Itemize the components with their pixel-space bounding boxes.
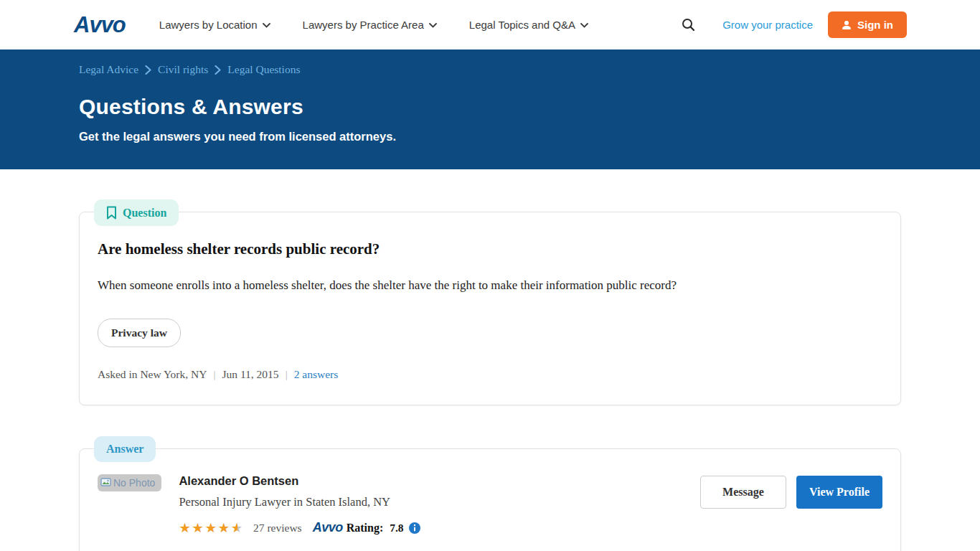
chevron-down-icon bbox=[263, 23, 270, 28]
answer-card: Answer No Photo Alexander O Bentsen Pers… bbox=[79, 448, 901, 551]
breadcrumb-civil-rights[interactable]: Civil rights bbox=[158, 63, 208, 76]
answer-badge-label: Answer bbox=[106, 443, 143, 456]
photo-alt-text: No Photo bbox=[113, 477, 155, 489]
chevron-down-icon bbox=[429, 23, 437, 28]
question-badge: Question bbox=[94, 199, 179, 226]
breadcrumb-legal-advice[interactable]: Legal Advice bbox=[79, 63, 138, 76]
nav-item-label: Legal Topics and Q&A bbox=[469, 19, 575, 31]
message-button[interactable]: Message bbox=[700, 476, 786, 509]
rating-label: Rating: bbox=[347, 522, 384, 534]
lawyer-row: No Photo Alexander O Bentsen Personal In… bbox=[98, 474, 882, 535]
info-icon[interactable] bbox=[409, 522, 420, 534]
main-content: Question Are homeless shelter records pu… bbox=[0, 169, 980, 551]
practice-area-tag[interactable]: Privacy law bbox=[98, 319, 181, 347]
question-body: When someone enrolls into a homeless she… bbox=[98, 278, 882, 293]
meta-separator: | bbox=[213, 368, 215, 381]
breadcrumb: Legal Advice Civil rights Legal Question… bbox=[79, 63, 901, 76]
header-actions: Grow your practice Sign in bbox=[682, 11, 907, 38]
nav-lawyers-by-location[interactable]: Lawyers by Location bbox=[159, 19, 270, 31]
chevron-right-icon bbox=[145, 65, 151, 75]
grow-your-practice-link[interactable]: Grow your practice bbox=[722, 19, 813, 31]
main-nav: Lawyers by Location Lawyers by Practice … bbox=[159, 19, 588, 31]
question-title: Are homeless shelter records public reco… bbox=[98, 240, 882, 258]
sign-in-label: Sign in bbox=[857, 19, 893, 31]
hero-banner: Legal Advice Civil rights Legal Question… bbox=[0, 50, 980, 169]
lawyer-photo-placeholder[interactable]: No Photo bbox=[98, 474, 161, 491]
nav-lawyers-by-practice-area[interactable]: Lawyers by Practice Area bbox=[303, 19, 437, 31]
nav-legal-topics-qa[interactable]: Legal Topics and Q&A bbox=[469, 19, 588, 31]
nav-item-label: Lawyers by Practice Area bbox=[303, 19, 424, 31]
star-icon: ★★ bbox=[179, 522, 192, 534]
breadcrumb-legal-questions[interactable]: Legal Questions bbox=[227, 63, 300, 76]
chevron-right-icon bbox=[215, 65, 221, 75]
rating-row: ★★★★★★★★★★ 27 reviews Avvo Rating: 7.8 bbox=[179, 520, 420, 535]
star-rating: ★★★★★★★★★★ bbox=[179, 522, 244, 534]
lawyer-name[interactable]: Alexander O Bentsen bbox=[179, 474, 420, 488]
nav-item-label: Lawyers by Location bbox=[159, 19, 258, 31]
top-navbar: Avvo Lawyers by Location Lawyers by Prac… bbox=[0, 0, 980, 50]
question-date: Jun 11, 2015 bbox=[222, 368, 279, 381]
person-icon bbox=[842, 20, 852, 30]
page-title: Questions & Answers bbox=[79, 95, 901, 119]
chevron-down-icon bbox=[580, 23, 588, 28]
star-icon: ★★ bbox=[192, 522, 205, 534]
avvo-logo[interactable]: Avvo bbox=[74, 12, 126, 38]
asked-in-text: Asked in New York, NY bbox=[98, 368, 207, 381]
answers-count-link[interactable]: 2 answers bbox=[294, 368, 339, 381]
question-meta: Asked in New York, NY | Jun 11, 2015 | 2… bbox=[98, 368, 882, 381]
view-profile-button[interactable]: View Profile bbox=[796, 476, 882, 509]
star-icon: ★★ bbox=[205, 522, 218, 534]
question-badge-label: Question bbox=[123, 207, 166, 220]
page-subtitle: Get the legal answers you need from lice… bbox=[79, 130, 901, 143]
broken-image-icon bbox=[100, 478, 111, 488]
meta-separator: | bbox=[286, 368, 288, 381]
reviews-count[interactable]: 27 reviews bbox=[253, 522, 302, 534]
lawyer-info: Alexander O Bentsen Personal Injury Lawy… bbox=[179, 474, 420, 535]
question-card: Question Are homeless shelter records pu… bbox=[79, 212, 901, 405]
bookmark-icon bbox=[106, 206, 117, 220]
sign-in-button[interactable]: Sign in bbox=[828, 11, 907, 38]
star-icon: ★★ bbox=[218, 522, 231, 534]
answer-badge: Answer bbox=[94, 436, 156, 462]
avvo-rating-logo: Avvo bbox=[313, 520, 343, 535]
lawyer-title: Personal Injury Lawyer in Staten Island,… bbox=[179, 495, 420, 509]
lawyer-actions: Message View Profile bbox=[700, 476, 882, 509]
search-icon[interactable] bbox=[682, 18, 695, 32]
star-icon: ★★ bbox=[231, 522, 244, 534]
rating-value: 7.8 bbox=[390, 522, 403, 534]
